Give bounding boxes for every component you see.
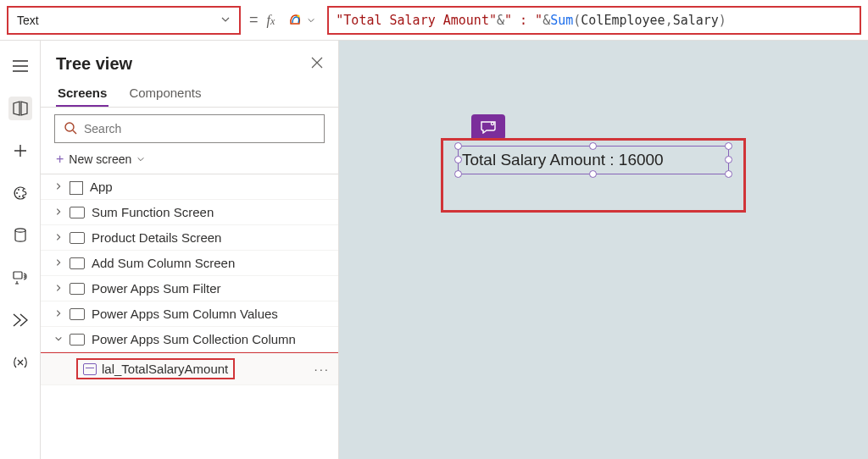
tree-item[interactable]: Power Apps Sum Column Values	[41, 301, 338, 327]
formula-token: " : "	[504, 13, 542, 28]
hamburger-icon[interactable]	[8, 54, 32, 78]
tree-item-label: Add Sum Column Screen	[92, 256, 235, 270]
tree-item[interactable]: Sum Function Screen	[41, 200, 338, 225]
resize-handle[interactable]	[725, 156, 732, 163]
more-icon[interactable]: ···	[314, 362, 330, 376]
formula-token: ,	[665, 13, 673, 28]
fx-icon[interactable]: fx	[267, 13, 275, 28]
screen-icon	[70, 232, 85, 244]
resize-handle[interactable]	[725, 142, 732, 150]
formula-input[interactable]: "Total Salary Amount" & " : " & Sum(ColE…	[327, 6, 861, 35]
tree-tabs: Screens Components	[41, 80, 338, 108]
svg-point-6	[65, 123, 74, 131]
insert-icon[interactable]	[8, 139, 32, 163]
tree-item[interactable]: Power Apps Sum Filter	[41, 276, 338, 301]
formula-token: &	[542, 13, 550, 28]
formula-token: "Total Salary Amount"	[336, 13, 497, 28]
tree-item-label: lal_TotalSalaryAmount	[102, 362, 228, 376]
label-control-icon	[83, 363, 97, 375]
formula-token: )	[719, 13, 726, 28]
resize-handle[interactable]	[725, 170, 732, 178]
svg-point-1	[16, 192, 18, 194]
left-command-rail	[0, 41, 41, 459]
tab-components[interactable]: Components	[127, 80, 203, 107]
tree-item-label: Product Details Screen	[92, 230, 221, 245]
formula-token: (	[573, 13, 581, 28]
chevron-down-icon[interactable]	[54, 334, 63, 346]
new-screen-label: New screen	[69, 152, 131, 166]
close-icon[interactable]	[311, 55, 323, 73]
tab-screens[interactable]: Screens	[56, 80, 108, 107]
equals-label: =	[249, 11, 259, 29]
svg-point-3	[19, 196, 20, 197]
search-icon	[64, 121, 77, 137]
svg-point-2	[18, 189, 19, 191]
chevron-right-icon[interactable]	[54, 232, 63, 244]
tree-item[interactable]: App	[41, 174, 338, 200]
screen-icon	[70, 207, 85, 218]
power-automate-icon[interactable]	[8, 308, 32, 332]
screen-icon	[70, 257, 85, 269]
formula-token: Salary	[673, 13, 719, 28]
app-icon	[70, 181, 83, 193]
svg-point-0	[298, 14, 300, 17]
chevron-down-icon	[220, 14, 231, 27]
plus-icon: +	[56, 152, 64, 167]
comment-pin-icon[interactable]	[471, 114, 505, 140]
tree-item-selected[interactable]: lal_TotalSalaryAmount···	[41, 352, 338, 385]
tree-view-panel: Tree view Screens Components + New scree…	[41, 41, 339, 459]
canvas[interactable]: Total Salary Amount : 16000	[339, 41, 868, 459]
resize-handle[interactable]	[589, 142, 597, 150]
search-input-wrap[interactable]	[54, 114, 325, 143]
tree-list: AppSum Function ScreenProduct Details Sc…	[41, 174, 338, 459]
tree-item-label: Power Apps Sum Collection Column	[92, 332, 296, 346]
selection-highlight: Total Salary Amount : 16000	[441, 138, 746, 213]
formula-token: &	[497, 13, 504, 28]
search-input[interactable]	[84, 122, 315, 135]
theme-icon[interactable]	[8, 181, 32, 205]
tree-item[interactable]: Product Details Screen	[41, 225, 338, 251]
variables-icon[interactable]	[8, 351, 32, 374]
resize-handle[interactable]	[454, 156, 462, 163]
formula-token: Sum	[550, 13, 573, 28]
data-icon[interactable]	[8, 224, 32, 247]
tree-item-label: Power Apps Sum Filter	[92, 281, 221, 296]
svg-rect-5	[14, 272, 22, 279]
chevron-right-icon[interactable]	[54, 283, 63, 295]
new-screen-button[interactable]: + New screen	[41, 147, 338, 174]
formula-token: ColEmployee	[581, 13, 665, 28]
property-dropdown[interactable]: Text	[7, 6, 241, 35]
tree-view-title: Tree view	[56, 54, 132, 74]
media-icon[interactable]	[8, 266, 32, 290]
formula-bar-row: Text = fx "Total Salary Amount" & " : " …	[0, 0, 868, 41]
chevron-right-icon[interactable]	[54, 308, 63, 320]
screen-icon	[70, 334, 85, 346]
chevron-right-icon[interactable]	[54, 257, 63, 269]
copilot-button[interactable]	[283, 10, 319, 30]
screen-icon	[70, 308, 85, 320]
chevron-right-icon[interactable]	[54, 207, 63, 218]
tree-item-label: Power Apps Sum Column Values	[92, 307, 278, 321]
chevron-down-icon	[136, 152, 145, 166]
tree-view-icon[interactable]	[8, 97, 32, 120]
tree-item[interactable]: Add Sum Column Screen	[41, 251, 338, 276]
chevron-right-icon[interactable]	[54, 181, 63, 193]
label-control[interactable]: Total Salary Amount : 16000	[458, 146, 729, 174]
tree-item-label: App	[90, 180, 113, 194]
tree-item-label: Sum Function Screen	[92, 205, 214, 219]
resize-handle[interactable]	[454, 170, 462, 178]
property-dropdown-value: Text	[17, 14, 39, 27]
tree-item[interactable]: Power Apps Sum Collection Column	[41, 327, 338, 352]
screen-icon	[70, 283, 85, 295]
resize-handle[interactable]	[454, 142, 462, 150]
svg-point-4	[15, 229, 25, 232]
resize-handle[interactable]	[589, 170, 597, 178]
